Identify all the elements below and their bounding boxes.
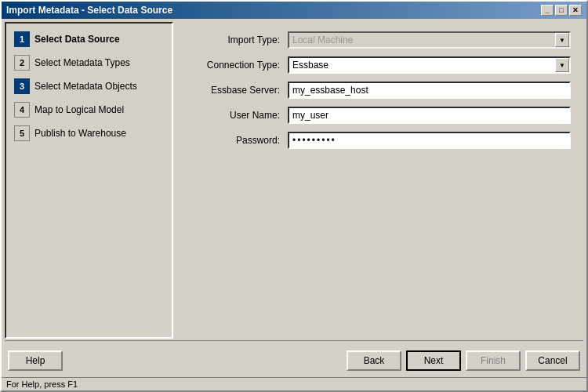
step-1-label: Select Data Source (34, 34, 120, 45)
back-button[interactable]: Back (347, 350, 401, 371)
import-type-label: Import Type: (186, 34, 288, 45)
window-controls: _ □ ✕ (541, 5, 582, 16)
window-content: 1 Select Data Source 2 Select Metadata T… (2, 19, 586, 377)
step-2-number: 2 (14, 55, 30, 71)
connection-type-label: Connection Type: (186, 60, 288, 71)
import-type-row: Import Type: Local Machine ▼ (186, 31, 571, 49)
main-area: 1 Select Data Source 2 Select Metadata T… (5, 22, 583, 339)
step-2-item[interactable]: 2 Select Metadata Types (11, 52, 167, 74)
step-5-number: 5 (14, 125, 30, 141)
step-4-number: 4 (14, 102, 30, 118)
step-3-number: 3 (14, 78, 30, 94)
password-label: Password: (186, 135, 288, 146)
step-1-number: 1 (14, 31, 30, 47)
bottom-left-buttons: Help (8, 350, 63, 371)
close-button[interactable]: ✕ (569, 5, 582, 16)
cancel-button[interactable]: Cancel (525, 350, 580, 371)
bottom-bar: Help Back Next Finish Cancel (5, 346, 583, 374)
bottom-divider (5, 340, 583, 341)
sidebar: 1 Select Data Source 2 Select Metadata T… (5, 22, 173, 339)
connection-type-row: Connection Type: Essbase ▼ (186, 56, 571, 74)
import-type-wrapper: Local Machine ▼ (288, 31, 571, 49)
minimize-button[interactable]: _ (541, 5, 554, 16)
connection-type-select[interactable]: Essbase (288, 56, 571, 74)
window-title: Import Metadata - Select Data Source (6, 5, 172, 16)
user-name-label: User Name: (186, 110, 288, 121)
step-1-item[interactable]: 1 Select Data Source (11, 28, 167, 50)
status-bar: For Help, press F1 (2, 377, 586, 390)
import-type-select[interactable]: Local Machine (288, 31, 571, 49)
step-5-label: Publish to Warehouse (34, 128, 126, 139)
bottom-right-buttons: Back Next Finish Cancel (347, 350, 580, 371)
step-5-item[interactable]: 5 Publish to Warehouse (11, 122, 167, 144)
connection-type-wrapper: Essbase ▼ (288, 56, 571, 74)
step-4-label: Map to Logical Model (34, 104, 124, 115)
essbase-server-label: Essbase Server: (186, 85, 288, 96)
password-row: Password: (186, 132, 571, 149)
step-2-label: Select Metadata Types (34, 57, 130, 68)
status-text: For Help, press F1 (6, 379, 78, 389)
content-panel: Import Type: Local Machine ▼ Connection … (173, 22, 583, 339)
title-bar: Import Metadata - Select Data Source _ □… (2, 2, 586, 19)
help-button[interactable]: Help (8, 350, 63, 371)
step-3-item[interactable]: 3 Select Metadata Objects (11, 75, 167, 97)
step-4-item[interactable]: 4 Map to Logical Model (11, 99, 167, 121)
next-button[interactable]: Next (406, 350, 461, 371)
finish-button[interactable]: Finish (466, 350, 521, 371)
user-name-input[interactable] (288, 107, 571, 124)
user-name-row: User Name: (186, 107, 571, 124)
maximize-button[interactable]: □ (555, 5, 568, 16)
password-input[interactable] (288, 132, 571, 149)
essbase-server-row: Essbase Server: (186, 82, 571, 99)
main-window: Import Metadata - Select Data Source _ □… (0, 0, 588, 392)
essbase-server-input[interactable] (288, 82, 571, 99)
step-3-label: Select Metadata Objects (34, 81, 137, 92)
